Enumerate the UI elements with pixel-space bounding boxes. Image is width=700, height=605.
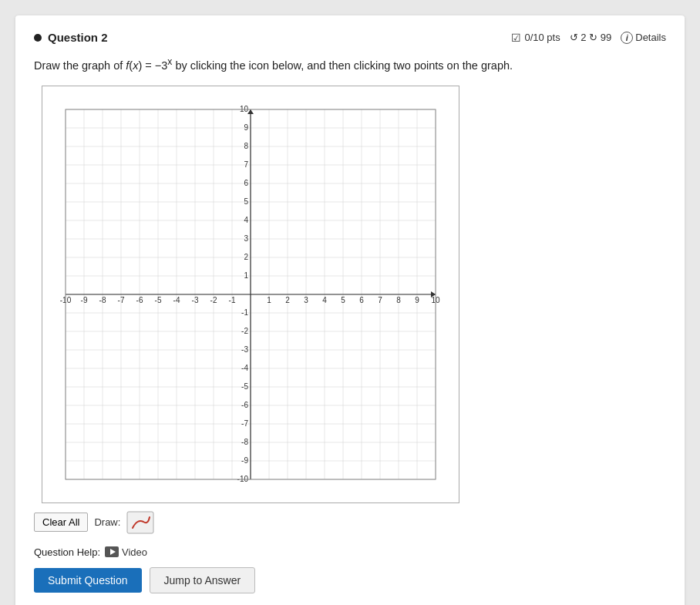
submit-button[interactable]: Submit Question [34,568,142,593]
retry-info: ↺ 2 ↻ 99 [570,32,612,43]
question-help: Question Help: Video [34,546,666,558]
video-button[interactable]: Video [105,546,147,558]
action-buttons: Submit Question Jump to Answer [34,567,666,593]
pts-badge: ☑ 0/10 pts [511,32,560,44]
retry-count: 2 [581,32,586,43]
refresh-icon: ↻ [589,32,597,43]
question-title: Question 2 [48,31,108,44]
refresh-count: 99 [601,32,611,43]
graph-container [42,86,459,503]
info-icon: i [621,32,633,44]
details-link[interactable]: i Details [621,32,666,44]
retry-icon: ↺ [570,32,578,43]
header-row: Question 2 ☑ 0/10 pts ↺ 2 ↻ 99 i Details [34,31,666,44]
svg-rect-0 [127,512,153,533]
details-label: Details [635,32,666,43]
help-label: Question Help: [34,546,100,558]
graph-canvas[interactable] [42,86,459,503]
draw-label: Draw: [94,516,120,528]
question-card: Question 2 ☑ 0/10 pts ↺ 2 ↻ 99 i Details… [15,15,685,605]
question-label: Question 2 [34,31,108,44]
video-icon [105,546,119,557]
graph-controls: Clear All Draw: [34,511,154,534]
graph-area: Clear All Draw: [34,86,666,534]
question-text: Draw the graph of f(x) = −3x by clicking… [34,55,666,75]
header-right: ☑ 0/10 pts ↺ 2 ↻ 99 i Details [511,32,666,44]
video-label: Video [122,546,147,558]
pts-text: 0/10 pts [524,32,560,43]
jump-button[interactable]: Jump to Answer [150,567,256,593]
draw-icon[interactable] [126,511,154,534]
bullet-icon [34,34,42,42]
clear-all-button[interactable]: Clear All [34,513,88,532]
checkbox-icon: ☑ [511,32,521,44]
